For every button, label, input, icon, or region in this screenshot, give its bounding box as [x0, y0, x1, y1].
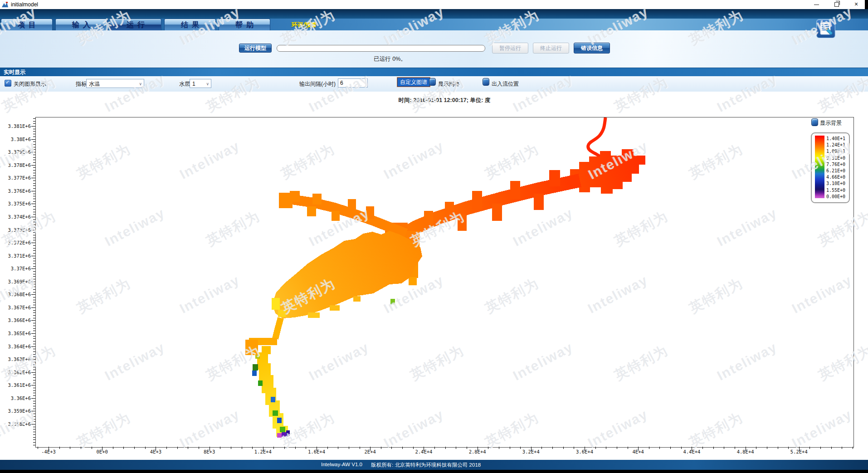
x-axis-tick — [659, 447, 660, 449]
tab-1[interactable]: 输入 — [55, 19, 107, 30]
restore-button[interactable] — [830, 0, 844, 9]
y-axis-tick — [33, 401, 35, 401]
y-axis-tick — [31, 165, 35, 166]
x-axis-tick — [231, 447, 231, 449]
y-axis-tick — [33, 341, 35, 341]
indicator-value: 水温 — [89, 81, 100, 87]
x-axis-tick — [499, 447, 499, 449]
y-axis-tick — [33, 131, 35, 132]
app-version: Intelway-AW V1.0 — [321, 462, 362, 467]
app-icon — [2, 1, 8, 8]
y-axis-tick — [31, 191, 35, 191]
y-axis-tick — [33, 354, 35, 355]
y-axis-tick — [33, 393, 35, 393]
x-axis-tick — [242, 447, 242, 449]
y-axis-tick — [33, 219, 35, 220]
y-axis-tick — [31, 411, 35, 411]
y-axis-tick — [33, 250, 35, 251]
error-info-button[interactable]: 错误信息 — [574, 43, 610, 54]
tab-3[interactable]: 结果 — [164, 19, 216, 30]
y-axis-tick-label: 3.371E+6 — [0, 253, 31, 259]
y-axis-tick-label: 3.37E+6 — [0, 265, 31, 272]
y-axis-tick — [33, 370, 35, 370]
show-background-checkbox[interactable] — [811, 118, 818, 126]
y-axis-tick — [33, 395, 35, 396]
output-interval-input[interactable] — [338, 78, 368, 88]
run-model-button[interactable]: 运行模型 — [239, 44, 272, 53]
y-axis-tick-label: 3.368E+6 — [0, 291, 31, 297]
stop-run-button[interactable]: 终止运行 — [533, 43, 569, 54]
y-axis-tick — [33, 310, 35, 311]
legend-gradient-bar — [815, 136, 824, 198]
tab-2[interactable]: 运行 — [110, 19, 161, 30]
window-title: initialmodel — [11, 1, 38, 8]
x-axis-tick — [853, 447, 853, 449]
layer-select[interactable]: 1 ∨ — [190, 79, 211, 88]
y-axis-tick — [33, 356, 35, 357]
y-axis-tick — [33, 297, 35, 297]
y-axis-tick — [33, 427, 35, 427]
y-axis-tick-label: 3.366E+6 — [0, 317, 31, 323]
y-axis-tick — [31, 398, 35, 399]
indicator-select[interactable]: 水温 ∨ — [86, 79, 144, 88]
y-axis-tick-label: 3.381E+6 — [0, 123, 31, 129]
main-lake-body — [273, 231, 422, 318]
y-axis-tick — [33, 253, 35, 254]
x-axis-tick — [778, 447, 778, 449]
minimize-button[interactable] — [809, 0, 823, 9]
close-button[interactable]: × — [851, 0, 864, 9]
x-axis-tick-label: 2.8E+4 — [457, 449, 498, 454]
y-axis-tick — [31, 282, 35, 282]
tab-0[interactable]: 项目 — [1, 19, 53, 30]
y-axis-tick — [33, 235, 35, 235]
y-axis-tick-label: 3.373E+6 — [0, 227, 31, 233]
x-axis-tick — [391, 447, 392, 449]
close-graphics-checkbox[interactable] — [5, 80, 11, 87]
close-icon: × — [854, 0, 858, 8]
x-axis-tick — [81, 447, 81, 449]
notepad-icon-button[interactable] — [816, 19, 835, 38]
y-axis-tick — [33, 377, 35, 378]
y-axis-tick — [33, 323, 35, 323]
y-axis-tick — [33, 155, 35, 155]
x-axis-tick-label: 3.2E+4 — [511, 449, 551, 454]
y-axis-tick — [33, 390, 35, 391]
y-axis-tick — [33, 432, 35, 432]
y-axis-tick — [31, 217, 35, 217]
chevron-down-icon: ∨ — [206, 79, 209, 88]
tab-env-alert[interactable]: 环评/预警 — [292, 21, 317, 29]
legend-value-label: 1.09E+1 — [826, 148, 848, 154]
y-axis-tick — [33, 212, 35, 212]
x-axis-tick — [713, 447, 714, 449]
y-axis-tick — [33, 201, 35, 202]
y-axis-tick — [33, 305, 35, 305]
y-axis-tick — [33, 271, 35, 272]
y-axis-tick — [33, 292, 35, 293]
y-axis-tick — [33, 180, 35, 181]
show-background-label: 显示背景 — [820, 119, 842, 127]
output-interval-label: 输出间隔(小时) — [299, 80, 336, 88]
y-axis-tick — [33, 344, 35, 344]
inout-flow-label: 出入流位置 — [492, 80, 519, 88]
tab-4[interactable]: 帮助 — [219, 19, 270, 30]
y-axis-tick — [33, 414, 35, 414]
y-axis-tick — [33, 380, 35, 380]
y-axis-tick — [33, 274, 35, 274]
y-axis-tick — [33, 214, 35, 215]
x-axis-tick-label: 5.2E+4 — [779, 449, 819, 454]
show-grid-checkbox[interactable] — [429, 78, 436, 86]
y-axis-tick — [31, 256, 35, 256]
y-axis-tick — [33, 367, 35, 367]
middle-channel — [402, 182, 573, 235]
x-axis-tick-label: -4E+3 — [28, 449, 69, 454]
pause-run-button[interactable]: 暂停运行 — [492, 43, 528, 54]
y-axis-tick — [31, 152, 35, 152]
x-axis-tick — [188, 447, 188, 449]
custom-palette-link[interactable]: 自定义图谱 — [397, 78, 430, 87]
x-axis-tick — [338, 447, 338, 449]
ribbon-top-band — [0, 9, 868, 19]
realtime-controls: 关闭图形显示 指标 水温 ∨ 水层 1 ∨ 输出间隔(小时) 自定义图谱 显示网… — [0, 76, 868, 92]
realtime-section-header: 实时显示 — [0, 68, 868, 76]
y-axis-tick-label: 3.364E+6 — [0, 343, 31, 350]
inout-flow-checkbox[interactable] — [483, 78, 489, 86]
